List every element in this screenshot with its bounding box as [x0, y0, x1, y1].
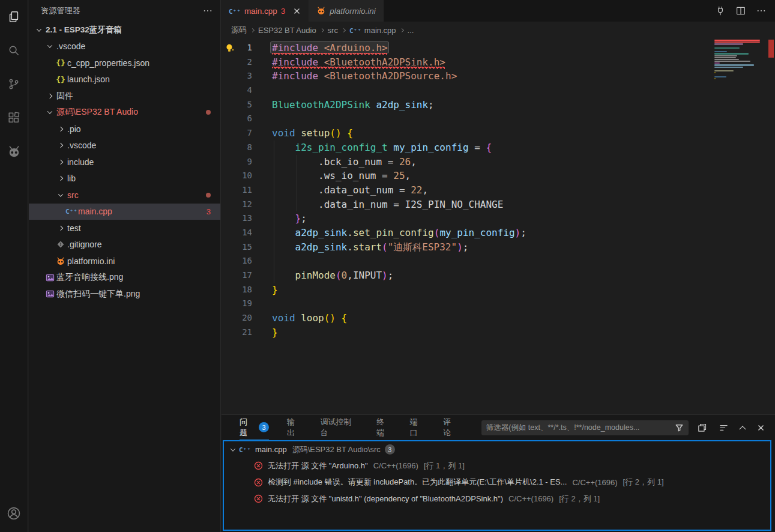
- code-tokens: a2dp_sink.set_pin_config(my_pin_config);: [272, 226, 526, 240]
- breadcrumb-label: ...: [408, 26, 414, 35]
- code-line[interactable]: 6: [222, 112, 775, 126]
- activity-bar-item-search[interactable]: [0, 34, 28, 67]
- chevron-right-icon: [55, 127, 66, 131]
- indent-guide: [274, 254, 274, 268]
- search-icon: [7, 44, 20, 57]
- panel-tab-端口[interactable]: 端口: [410, 415, 425, 440]
- chevron-right-icon: [55, 160, 66, 164]
- code-line[interactable]: 18}: [222, 283, 775, 297]
- more-icon[interactable]: [756, 5, 767, 16]
- code-tokens: }: [272, 283, 278, 297]
- tree-item-label: .vscode: [56, 41, 85, 51]
- code-tokens: BluetoothA2DPSink a2dp_sink;: [272, 98, 434, 112]
- tree-item[interactable]: {}c_cpp_properties.json: [29, 55, 220, 71]
- code-line[interactable]: 9 .bck_io_num = 26,: [222, 155, 775, 169]
- chevron-right-icon: [320, 28, 324, 32]
- activity-bar-item-extensions[interactable]: [0, 101, 28, 135]
- code-line[interactable]: 11 .data_out_num = 22,: [222, 183, 775, 198]
- problem-source: C/C++(1696): [373, 461, 418, 470]
- code-line[interactable]: 16: [222, 254, 775, 268]
- code-line[interactable]: 8 i2s_pin_config_t my_pin_config = {: [222, 141, 775, 155]
- tree-item[interactable]: 微信扫码一键下单.png: [29, 286, 220, 303]
- tree-item-label: 微信扫码一键下单.png: [56, 289, 140, 300]
- problems-file-group[interactable]: C⁺⁺ main.cpp 源码\ESP32 BT Audio\src 3: [224, 441, 770, 458]
- close-panel-icon[interactable]: [756, 423, 765, 432]
- code-line[interactable]: 10 .ws_io_num = 25,: [222, 169, 775, 183]
- tree-item[interactable]: 固件: [29, 88, 220, 104]
- code-line[interactable]: 2#include <BluetoothA2DPSink.h>: [222, 55, 775, 70]
- tree-item[interactable]: {}launch.json: [29, 71, 220, 88]
- tab-label: main.cpp: [244, 7, 277, 16]
- tree-item-label: src: [67, 190, 79, 200]
- breadcrumb-item[interactable]: C⁺⁺main.cpp: [349, 26, 396, 35]
- chevron-right-icon: [342, 28, 346, 32]
- tree-item[interactable]: .pio: [29, 121, 220, 138]
- close-icon[interactable]: [292, 7, 301, 16]
- tree-item[interactable]: 蓝牙音响接线.png: [29, 270, 220, 286]
- problem-row[interactable]: 检测到 #include 错误。请更新 includePath。已为此翻译单元(…: [224, 474, 770, 491]
- problem-row[interactable]: 无法打开 源 文件 "Arduino.h"C/C++(1696)[行 1，列 1…: [224, 458, 770, 474]
- code-line[interactable]: 1#include <Arduino.h>: [222, 41, 775, 55]
- breadcrumb: 源码ESP32 BT AudiosrcC⁺⁺main.cpp...: [222, 22, 775, 38]
- problem-location: [行 1，列 1]: [424, 461, 465, 471]
- code-tokens: }: [272, 325, 278, 340]
- panel-tab-问题[interactable]: 问题3: [240, 415, 269, 440]
- code-line[interactable]: 14 a2dp_sink.set_pin_config(my_pin_confi…: [222, 226, 775, 240]
- tree-item[interactable]: .vscode: [29, 138, 220, 154]
- code-editor[interactable]: 1#include <Arduino.h>2#include <Bluetoot…: [222, 38, 775, 414]
- tab-main.cpp[interactable]: C⁺⁺main.cpp3: [222, 0, 309, 22]
- maximize-panel-icon[interactable]: [740, 425, 745, 430]
- tree-item[interactable]: .gitignore: [29, 237, 220, 253]
- breadcrumb-item[interactable]: src: [328, 26, 338, 35]
- code-line[interactable]: 3#include <BluetoothA2DPSource.h>: [222, 69, 775, 83]
- code-line[interactable]: 17 pinMode(0,INPUT);: [222, 268, 775, 283]
- tree-item[interactable]: lib: [29, 171, 220, 187]
- tree-item-label: include: [67, 157, 94, 167]
- tree-item[interactable]: test: [29, 220, 220, 237]
- tree-item[interactable]: platformio.ini: [29, 253, 220, 270]
- panel-tab-label: 端口: [410, 417, 425, 438]
- line-number: 12: [222, 198, 252, 212]
- tree-item[interactable]: src: [29, 187, 220, 204]
- tree-item[interactable]: C⁺⁺main.cpp3: [29, 204, 220, 220]
- plug-icon[interactable]: [715, 5, 726, 16]
- activity-bar-item-platformio[interactable]: [0, 135, 28, 168]
- code-line[interactable]: 13 };: [222, 211, 775, 226]
- tree-item[interactable]: 2.1 - ESP32蓝牙音箱: [29, 22, 220, 38]
- breadcrumb-item[interactable]: ESP32 BT Audio: [258, 26, 316, 35]
- code-line[interactable]: 21}: [222, 325, 775, 340]
- problems-filter-input[interactable]: 筛选器(例如 text、**/*.ts、!**/node_modules...: [481, 420, 689, 435]
- code-line[interactable]: 4: [222, 83, 775, 98]
- tab-platformio.ini[interactable]: platformio.ini: [309, 0, 384, 22]
- tree-item[interactable]: include: [29, 154, 220, 171]
- activity-bar-item-explorer[interactable]: [0, 0, 28, 34]
- activity-bar-item-account[interactable]: [0, 495, 28, 532]
- panel-tab-输出[interactable]: 输出: [287, 415, 302, 440]
- panel-tab-评论[interactable]: 评论: [443, 415, 458, 440]
- json-file-icon: {}: [56, 75, 65, 84]
- breadcrumb-item[interactable]: ...: [408, 26, 414, 35]
- code-line[interactable]: 20void loop() {: [222, 311, 775, 325]
- split-editor-icon[interactable]: [735, 5, 746, 16]
- line-number: 7: [222, 126, 252, 141]
- tree-item[interactable]: .vscode: [29, 38, 220, 55]
- chevron-right-icon: [400, 28, 404, 32]
- code-line[interactable]: 7void setup() {: [222, 126, 775, 141]
- collapse-all-icon[interactable]: [719, 423, 729, 433]
- panel-tab-调试控制台[interactable]: 调试控制台: [321, 415, 359, 440]
- cpp-file-icon: C⁺⁺: [239, 445, 251, 454]
- panel-tab-终端[interactable]: 终端: [376, 415, 391, 440]
- breadcrumb-item[interactable]: 源码: [231, 25, 247, 35]
- view-as-table-icon[interactable]: [697, 423, 707, 433]
- minimap[interactable]: [714, 40, 764, 80]
- file-icon-slot: {}: [55, 75, 66, 84]
- tree-item[interactable]: 源码\ESP32 BT Audio: [29, 104, 220, 121]
- activity-bar-item-source-control[interactable]: [0, 67, 28, 101]
- code-line[interactable]: 12 .data_in_num = I2S_PIN_NO_CHANGE: [222, 198, 775, 212]
- problem-row[interactable]: 无法打开 源 文件 "unistd.h" (dependency of "Blu…: [224, 491, 770, 507]
- explorer-more-actions-icon[interactable]: [202, 5, 213, 16]
- code-line[interactable]: 15 a2dp_sink.start("迪斯科ESP32");: [222, 240, 775, 255]
- code-line[interactable]: 19: [222, 297, 775, 311]
- account-icon: [6, 506, 22, 521]
- code-line[interactable]: 5BluetoothA2DPSink a2dp_sink;: [222, 98, 775, 112]
